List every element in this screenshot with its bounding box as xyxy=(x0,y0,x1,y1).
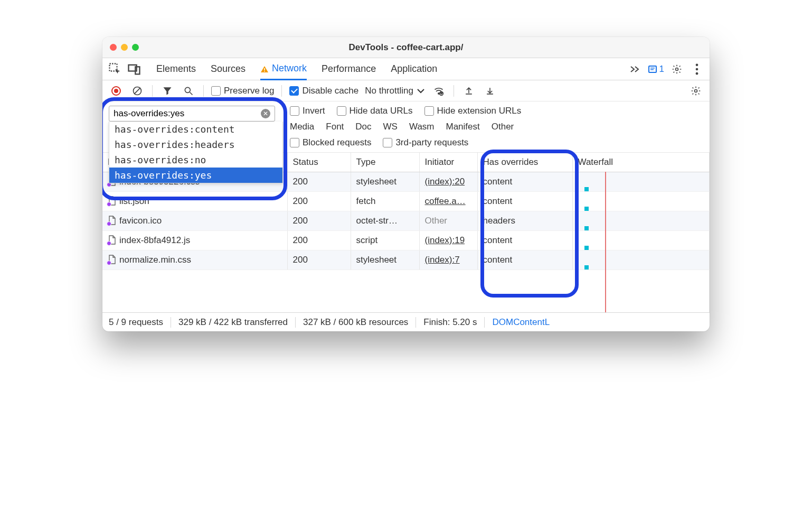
col-status[interactable]: Status xyxy=(287,153,351,172)
type-filter[interactable]: Manifest xyxy=(446,122,480,132)
cell-has-overrides: content xyxy=(477,250,572,270)
filter-text-input[interactable] xyxy=(114,108,258,119)
svg-rect-6 xyxy=(650,68,655,69)
hide-data-urls-checkbox[interactable]: Hide data URLs xyxy=(337,106,413,116)
status-bar: 5 / 9 requests 329 kB / 422 kB transferr… xyxy=(102,312,710,331)
svg-point-10 xyxy=(696,68,698,70)
blocked-requests-checkbox[interactable]: Blocked requests xyxy=(290,137,371,148)
cell-has-overrides: content xyxy=(477,231,572,250)
tab-elements[interactable]: Elements xyxy=(156,58,196,80)
table-row[interactable]: favicon.ico200octet-str…Otherheaders xyxy=(102,211,710,231)
file-icon xyxy=(108,235,116,245)
override-badge-icon xyxy=(107,241,111,246)
type-filter[interactable]: Doc xyxy=(355,122,371,132)
issues-badge[interactable]: 1 xyxy=(648,64,664,75)
clear-button[interactable] xyxy=(130,83,145,98)
cell-initiator[interactable]: (index):7 xyxy=(419,250,477,270)
search-icon[interactable] xyxy=(181,83,196,98)
col-waterfall[interactable]: Waterfall xyxy=(572,153,710,172)
cell-initiator[interactable]: (index):19 xyxy=(419,231,477,250)
cell-status: 200 xyxy=(287,231,351,250)
titlebar: DevTools - coffee-cart.app/ xyxy=(102,37,710,58)
filter-input[interactable]: ✕ xyxy=(109,106,275,122)
cell-type: fetch xyxy=(351,192,419,211)
tab-sources[interactable]: Sources xyxy=(211,58,246,80)
inspect-element-icon[interactable] xyxy=(108,62,122,77)
svg-point-18 xyxy=(441,93,442,94)
override-badge-icon xyxy=(107,202,111,207)
filter-autocomplete: has-overrides:content has-overrides:head… xyxy=(109,122,283,183)
file-icon xyxy=(108,255,116,264)
autocomplete-item[interactable]: has-overrides:headers xyxy=(109,137,282,152)
override-badge-icon xyxy=(107,221,111,226)
disable-cache-checkbox[interactable]: Disable cache xyxy=(289,86,358,96)
network-settings-icon[interactable] xyxy=(688,83,703,98)
status-requests: 5 / 9 requests xyxy=(109,317,171,328)
cell-status: 200 xyxy=(287,172,351,192)
clear-filter-icon[interactable]: ✕ xyxy=(261,109,270,118)
col-initiator[interactable]: Initiator xyxy=(419,153,477,172)
col-has-overrides[interactable]: Has overrides xyxy=(477,153,572,172)
cell-type: script xyxy=(351,231,419,250)
preserve-log-checkbox[interactable]: Preserve log xyxy=(211,86,274,96)
type-filter[interactable]: Font xyxy=(326,122,344,132)
svg-point-8 xyxy=(676,68,678,70)
filter-bar: ✕ has-overrides:content has-overrides:he… xyxy=(102,101,710,153)
col-type[interactable]: Type xyxy=(351,153,419,172)
cell-initiator[interactable]: (index):20 xyxy=(419,172,477,192)
invert-checkbox[interactable]: Invert xyxy=(290,106,325,116)
svg-point-9 xyxy=(696,63,698,66)
window-title: DevTools - coffee-cart.app/ xyxy=(102,42,710,53)
network-toolbar: Preserve log Disable cache No throttling xyxy=(102,80,710,101)
table-row[interactable]: list.json200fetchcoffee.a…content xyxy=(102,192,710,211)
table-row[interactable]: normalize.min.css200stylesheet(index):7c… xyxy=(102,250,710,270)
tab-network[interactable]: Network xyxy=(260,58,307,80)
record-button[interactable] xyxy=(109,83,124,98)
svg-point-14 xyxy=(185,87,190,92)
svg-line-15 xyxy=(190,92,193,95)
cell-initiator[interactable]: coffee.a… xyxy=(419,192,477,211)
status-finish: Finish: 5.20 s xyxy=(416,317,485,328)
type-filter[interactable]: Other xyxy=(492,122,514,132)
type-filter[interactable]: Media xyxy=(290,122,314,132)
tab-performance[interactable]: Performance xyxy=(322,58,376,80)
svg-rect-3 xyxy=(264,68,265,70)
throttling-select[interactable]: No throttling xyxy=(365,86,425,96)
svg-point-11 xyxy=(696,72,698,75)
cell-type: octet-str… xyxy=(351,211,419,231)
cell-has-overrides: headers xyxy=(477,211,572,231)
more-tabs-icon[interactable] xyxy=(628,62,643,77)
type-filter[interactable]: Wasm xyxy=(409,122,435,132)
autocomplete-item[interactable]: has-overrides:content xyxy=(109,122,282,137)
cell-status: 200 xyxy=(287,211,351,231)
svg-rect-4 xyxy=(264,71,265,72)
export-har-icon[interactable] xyxy=(483,83,497,98)
kebab-menu-icon[interactable] xyxy=(690,62,704,77)
file-icon xyxy=(108,216,116,225)
cell-type: stylesheet xyxy=(351,172,419,192)
filter-icon[interactable] xyxy=(160,83,175,98)
cell-status: 200 xyxy=(287,192,351,211)
cell-name: list.json xyxy=(102,192,287,211)
devtools-window: DevTools - coffee-cart.app/ Elements Sou… xyxy=(102,37,710,331)
settings-icon[interactable] xyxy=(669,62,684,77)
cell-type: stylesheet xyxy=(351,250,419,270)
svg-line-13 xyxy=(134,88,140,94)
type-filter[interactable]: WS xyxy=(383,122,398,132)
cell-waterfall xyxy=(572,231,710,250)
hide-extension-urls-checkbox[interactable]: Hide extension URLs xyxy=(424,106,522,116)
cell-status: 200 xyxy=(287,250,351,270)
cell-name: index-8bfa4912.js xyxy=(102,231,287,250)
device-toolbar-icon[interactable] xyxy=(127,62,141,77)
tab-application[interactable]: Application xyxy=(391,58,437,80)
network-conditions-icon[interactable] xyxy=(431,83,446,98)
autocomplete-item[interactable]: has-overrides:no xyxy=(109,152,282,168)
cell-name: normalize.min.css xyxy=(102,250,287,270)
table-row[interactable]: index-8bfa4912.js200script(index):19cont… xyxy=(102,231,710,250)
file-icon xyxy=(108,196,116,206)
import-har-icon[interactable] xyxy=(461,83,476,98)
warning-icon xyxy=(260,64,269,72)
third-party-checkbox[interactable]: 3rd-party requests xyxy=(383,137,468,148)
autocomplete-item-selected[interactable]: has-overrides:yes xyxy=(109,168,282,183)
cell-has-overrides: content xyxy=(477,192,572,211)
